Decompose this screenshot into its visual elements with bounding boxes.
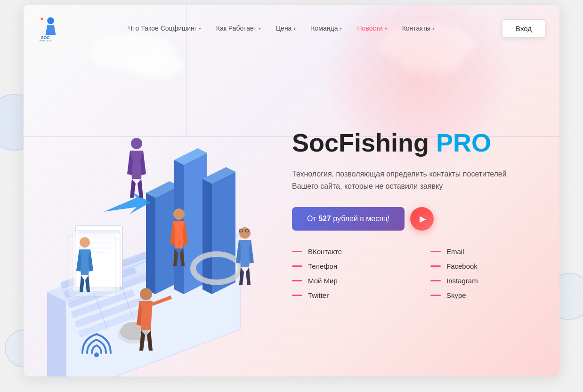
contact-label-skype: Skype: [446, 291, 466, 299]
cta-prefix: От: [307, 215, 318, 223]
contact-dash-email: [430, 251, 441, 252]
nav-item-price-label: Цена: [276, 24, 292, 32]
svg-text:FISHING: FISHING: [40, 40, 52, 41]
nav-chevron-price: ▾: [293, 26, 296, 31]
nav-item-news-label: Новости: [357, 24, 382, 32]
svg-text:SOC: SOC: [41, 35, 49, 40]
contact-label-mymailru: Мой Мир: [308, 277, 338, 285]
cta-row: От 527 рублей в месяц!: [292, 207, 541, 231]
contact-label-phone: Телефон: [308, 262, 337, 270]
svg-point-30: [173, 208, 185, 220]
nav-item-contacts-label: Контакты: [402, 24, 430, 32]
nav-item-price[interactable]: Цена ▾: [270, 21, 302, 36]
nav-item-what[interactable]: Что Такое Соцфишинг ▾: [122, 21, 207, 36]
contact-label-email: Email: [446, 248, 464, 256]
cta-button[interactable]: От 527 рублей в месяц!: [292, 207, 405, 231]
hero-title-main: SocFishing: [292, 128, 436, 157]
svg-point-22: [94, 352, 99, 357]
hero-illustration: [24, 52, 283, 376]
hero-title: SocFishing PRO: [292, 129, 541, 157]
main-card: SOC FISHING Что Такое Соцфишинг ▾ Как Ра…: [24, 5, 559, 376]
hero-description: Технология, позволяющая определить конта…: [292, 168, 518, 192]
nav-item-team[interactable]: Команда ▾: [305, 21, 348, 36]
nav-item-how[interactable]: Как Работает ▾: [211, 21, 267, 36]
contact-facebook: Facebook: [430, 262, 541, 270]
nav-chevron-team: ▾: [340, 26, 342, 31]
contact-label-facebook: Facebook: [446, 262, 478, 270]
contact-vkontakte: ВКонтакте: [292, 248, 402, 256]
nav-item-what-label: Что Такое Соцфишинг: [128, 24, 197, 32]
nav-links: Что Такое Соцфишинг ▾ Как Работает ▾ Цен…: [122, 21, 502, 36]
contact-instagram: Instagram: [430, 277, 541, 285]
isometric-illustration: [24, 66, 287, 376]
svg-point-31: [239, 227, 251, 239]
svg-point-0: [47, 17, 54, 24]
logo[interactable]: SOC FISHING: [38, 16, 104, 41]
contact-twitter: Twitter: [292, 291, 402, 299]
hero-content: SocFishing PRO Технология, позволяющая о…: [283, 129, 559, 300]
contact-dash-twitter: [292, 295, 302, 296]
cta-price: 527: [318, 215, 331, 223]
svg-point-28: [131, 138, 142, 149]
nav-chevron-news: ▾: [385, 26, 387, 31]
contact-dash-phone: [292, 265, 302, 267]
contact-skype: Skype: [430, 291, 541, 299]
contact-dash-instagram: [430, 280, 441, 281]
nav-chevron-how: ▾: [259, 26, 261, 31]
contact-dash-vkontakte: [292, 251, 302, 252]
cta-play-button[interactable]: [410, 207, 434, 231]
logo-icon: SOC FISHING: [38, 16, 64, 41]
hero-title-pro: PRO: [436, 128, 491, 157]
contact-dash-mymailru: [292, 280, 302, 281]
nav-item-news[interactable]: Новости ▾: [351, 21, 392, 36]
contact-mymailru: Мой Мир: [292, 277, 402, 285]
contact-label-vkontakte: ВКонтакте: [308, 248, 342, 256]
contact-phone: Телефон: [292, 262, 402, 270]
nav-chevron-what: ▾: [199, 26, 201, 31]
svg-point-35: [140, 288, 152, 300]
contact-dash-skype: [430, 295, 441, 296]
cta-suffix: рублей в месяц!: [331, 215, 390, 223]
nav-item-how-label: Как Работает: [216, 24, 257, 32]
contact-label-twitter: Twitter: [308, 291, 329, 299]
contact-email: Email: [430, 248, 541, 256]
svg-point-3: [40, 17, 43, 20]
svg-point-29: [80, 237, 90, 248]
contact-dash-facebook: [430, 265, 441, 267]
contacts-grid: ВКонтакте Email Телефон Facebook Мой Мир: [292, 248, 541, 299]
login-button[interactable]: Вход: [502, 19, 545, 38]
nav-item-team-label: Команда: [311, 24, 338, 32]
navbar: SOC FISHING Что Такое Соцфишинг ▾ Как Ра…: [24, 5, 559, 52]
hero-section: SocFishing PRO Технология, позволяющая о…: [24, 52, 559, 376]
nav-chevron-contacts: ▾: [432, 26, 435, 31]
contact-label-instagram: Instagram: [446, 277, 478, 285]
nav-item-contacts[interactable]: Контакты ▾: [397, 21, 440, 36]
